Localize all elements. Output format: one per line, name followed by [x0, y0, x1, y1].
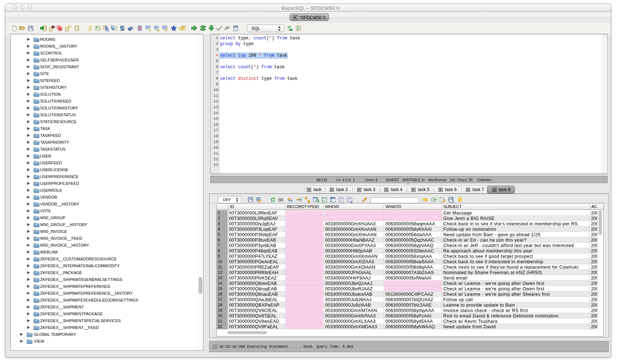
svg-text:66: 66 [288, 25, 291, 29]
